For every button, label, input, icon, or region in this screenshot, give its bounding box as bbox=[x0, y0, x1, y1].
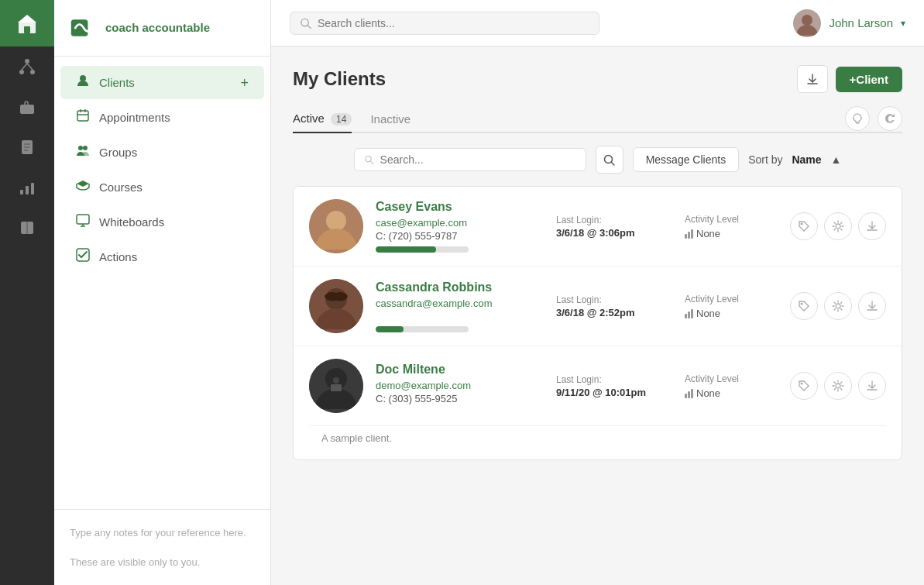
client-email-cassandra[interactable]: cassandra@example.com bbox=[376, 298, 544, 309]
whiteboards-label: Whiteboards bbox=[99, 215, 164, 229]
document-icon bbox=[19, 139, 36, 156]
tag-button-cassandra[interactable] bbox=[790, 292, 818, 320]
client-search-input[interactable] bbox=[380, 153, 576, 166]
activity-value-cassandra: None bbox=[685, 308, 778, 319]
svg-point-36 bbox=[366, 156, 371, 161]
clients-icon bbox=[76, 74, 90, 91]
tag-button-casey[interactable] bbox=[790, 212, 818, 240]
sidebar-item-briefcase[interactable] bbox=[0, 87, 54, 127]
client-tabs: Active 14 Inactive bbox=[293, 105, 902, 133]
avatar-doc bbox=[309, 359, 363, 413]
clients-scroll-container: Casey Evans case@example.com C: (720) 55… bbox=[293, 186, 902, 460]
tab-inactive[interactable]: Inactive bbox=[370, 106, 410, 133]
login-date-cassandra: 3/6/18 @ 2:52pm bbox=[556, 307, 672, 318]
activity-chart-icon-cassandra bbox=[685, 308, 693, 318]
app-logo: coach accountable bbox=[54, 0, 270, 57]
login-date-doc: 9/11/20 @ 10:01pm bbox=[556, 387, 672, 398]
tab-active[interactable]: Active 14 bbox=[293, 105, 352, 133]
download-button-casey[interactable] bbox=[858, 212, 886, 240]
user-dropdown-arrow[interactable]: ▾ bbox=[901, 18, 905, 29]
tab-inactive-label: Inactive bbox=[370, 112, 410, 126]
sidebar-item-appointments[interactable]: Appointments bbox=[60, 101, 264, 134]
sidebar: coach accountable Clients + Appointments… bbox=[54, 0, 271, 585]
notes-visibility: These are visible only to you. bbox=[70, 555, 255, 570]
sidebar-item-groups[interactable]: Groups bbox=[60, 136, 264, 169]
add-client-sidebar-button[interactable]: + bbox=[240, 76, 249, 90]
settings-button-doc[interactable] bbox=[824, 372, 852, 400]
global-search-input[interactable] bbox=[318, 17, 589, 29]
tab-icons bbox=[845, 106, 902, 131]
sidebar-item-hierarchy[interactable] bbox=[0, 46, 54, 87]
progress-bar-cassandra bbox=[376, 326, 469, 332]
svg-point-42 bbox=[801, 223, 803, 225]
client-actions-cassandra bbox=[790, 292, 886, 320]
add-client-button[interactable]: +Client bbox=[836, 67, 902, 92]
sidebar-item-courses[interactable]: Courses bbox=[60, 170, 264, 204]
actions-label: Actions bbox=[99, 250, 137, 263]
activity-label-casey: Activity Level bbox=[685, 214, 778, 225]
courses-icon bbox=[76, 178, 90, 196]
client-email-doc[interactable]: demo@example.com bbox=[376, 380, 544, 391]
settings-icon-cassandra bbox=[832, 300, 844, 312]
sidebar-notes: Type any notes for your reference here. … bbox=[54, 509, 270, 585]
svg-rect-2 bbox=[24, 26, 30, 33]
client-activity-cassandra: Activity Level None bbox=[685, 294, 778, 319]
groups-label: Groups bbox=[99, 146, 137, 159]
search-icon bbox=[300, 17, 311, 29]
sidebar-item-charts[interactable] bbox=[0, 167, 54, 208]
content-header: My Clients +Client bbox=[293, 65, 902, 93]
svg-rect-20 bbox=[77, 111, 88, 121]
client-info-cassandra: Cassandra Robbins cassandra@example.com bbox=[376, 280, 544, 332]
clients-list: Casey Evans case@example.com C: (720) 55… bbox=[293, 186, 902, 460]
client-name-casey[interactable]: Casey Evans bbox=[376, 200, 544, 214]
client-email-casey[interactable]: case@example.com bbox=[376, 217, 544, 229]
download-icon-cassandra bbox=[866, 300, 878, 312]
svg-rect-8 bbox=[20, 105, 34, 114]
appointments-icon bbox=[76, 108, 90, 126]
message-clients-button[interactable]: Message Clients bbox=[633, 147, 740, 172]
client-info-casey: Casey Evans case@example.com C: (720) 55… bbox=[376, 200, 544, 253]
settings-button-casey[interactable] bbox=[824, 212, 852, 240]
client-name-doc[interactable]: Doc Miltene bbox=[376, 363, 544, 377]
notes-placeholder: Type any notes for your reference here. bbox=[70, 525, 255, 541]
svg-point-33 bbox=[802, 15, 812, 26]
svg-line-39 bbox=[612, 162, 615, 165]
global-search-box[interactable] bbox=[290, 12, 599, 35]
client-login-casey: Last Login: 3/6/18 @ 3:06pm bbox=[556, 215, 672, 239]
client-login-cassandra: Last Login: 3/6/18 @ 2:52pm bbox=[556, 294, 672, 318]
tag-button-doc[interactable] bbox=[790, 372, 818, 400]
search-submit-button[interactable] bbox=[596, 146, 623, 174]
filter-bar: Message Clients Sort by Name ▲ bbox=[293, 146, 902, 174]
activity-chart-icon-doc bbox=[685, 387, 693, 398]
refresh-button[interactable] bbox=[878, 106, 902, 131]
user-name[interactable]: John Larson bbox=[829, 16, 893, 29]
icon-bar-home[interactable] bbox=[0, 0, 54, 46]
client-card-doc-inner: Doc Miltene demo@example.com C: (303) 55… bbox=[309, 359, 886, 413]
client-search-box[interactable] bbox=[354, 148, 586, 171]
download-button-doc[interactable] bbox=[858, 372, 886, 400]
sidebar-item-documents[interactable] bbox=[0, 127, 54, 167]
client-login-doc: Last Login: 9/11/20 @ 10:01pm bbox=[556, 374, 672, 398]
sidebar-item-whiteboards[interactable]: Whiteboards bbox=[60, 205, 264, 239]
icon-bar bbox=[0, 0, 54, 585]
svg-point-41 bbox=[326, 211, 346, 231]
user-avatar bbox=[793, 9, 821, 37]
sidebar-item-clients[interactable]: Clients + bbox=[60, 66, 264, 99]
svg-point-47 bbox=[801, 303, 803, 305]
sidebar-item-actions[interactable]: Actions bbox=[60, 240, 264, 274]
topbar-right: John Larson ▾ bbox=[793, 9, 905, 37]
settings-button-cassandra[interactable] bbox=[824, 292, 852, 320]
login-date-casey: 3/6/18 @ 3:06pm bbox=[556, 227, 672, 239]
sort-control[interactable]: Sort by Name ▲ bbox=[748, 153, 841, 166]
svg-point-19 bbox=[80, 75, 86, 81]
download-button[interactable] bbox=[797, 65, 828, 93]
progress-bar-casey bbox=[376, 246, 469, 253]
app-name: coach accountable bbox=[105, 21, 210, 35]
client-search-icon bbox=[364, 154, 374, 165]
client-name-cassandra[interactable]: Cassandra Robbins bbox=[376, 280, 544, 294]
avatar-image-cassandra bbox=[309, 279, 363, 333]
svg-rect-14 bbox=[26, 186, 29, 194]
lightbulb-button[interactable] bbox=[845, 106, 870, 131]
download-button-cassandra[interactable] bbox=[858, 292, 886, 320]
sidebar-item-books[interactable] bbox=[0, 208, 54, 248]
